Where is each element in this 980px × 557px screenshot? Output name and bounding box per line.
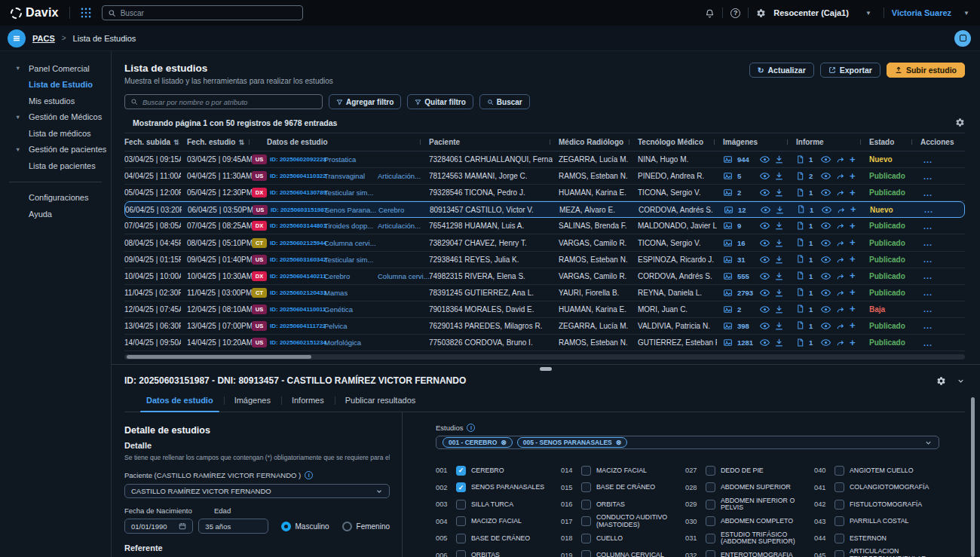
- share-report-icon[interactable]: [835, 338, 845, 347]
- detail-settings-gear-icon[interactable]: [936, 376, 946, 386]
- view-images-icon[interactable]: [760, 305, 770, 314]
- view-images-icon[interactable]: [760, 338, 770, 347]
- table-row[interactable]: 03/04/25 | 09:15AM 03/04/25 | 09:45AM US…: [124, 151, 965, 168]
- column-header-medico-radiologo[interactable]: Médico Radiólogo: [553, 138, 632, 146]
- view-images-icon[interactable]: [760, 221, 770, 231]
- checkbox-icon[interactable]: ✓: [581, 534, 591, 543]
- checkbox-icon[interactable]: ✓: [581, 500, 591, 510]
- checkbox-icon[interactable]: ✓: [835, 500, 844, 510]
- download-images-icon[interactable]: [774, 321, 784, 331]
- study-link-1[interactable]: Pelvica: [324, 322, 378, 330]
- sidebar-item-lista-de-medicos[interactable]: Lista de médicos: [0, 125, 111, 142]
- table-row[interactable]: 09/04/25 | 01:15PM 09/04/25 | 01:40PM US…: [124, 252, 965, 268]
- add-report-icon[interactable]: +: [850, 289, 856, 296]
- table-row[interactable]: 07/04/25 | 08:05AM 07/04/25 | 08:25AM DX…: [124, 218, 965, 234]
- view-images-icon[interactable]: [760, 255, 770, 265]
- study-link-2[interactable]: Articulación...: [378, 172, 421, 180]
- table-horizontal-scrollbar[interactable]: [124, 354, 965, 360]
- sidebar-item-mis-estudios[interactable]: Mis estudios: [0, 93, 111, 109]
- study-checkbox-item[interactable]: 016 ✓ ORBITAS: [561, 500, 685, 510]
- download-images-icon[interactable]: [775, 205, 785, 215]
- row-actions-button[interactable]: ...: [914, 172, 965, 181]
- checkbox-icon[interactable]: ✓: [706, 466, 715, 476]
- view-images-icon[interactable]: [760, 155, 770, 164]
- study-link-1[interactable]: Cerebro: [324, 272, 378, 280]
- checkbox-icon[interactable]: ✓: [456, 482, 466, 492]
- table-row[interactable]: 11/04/25 | 02:30PM 11/04/25 | 03:00PM CT…: [124, 285, 965, 301]
- view-images-icon[interactable]: [760, 188, 770, 197]
- study-link-2[interactable]: Columna cervi...: [378, 272, 430, 280]
- estudios-multiselect[interactable]: 001 - CEREBRO ⊗ 005 - SENOS PARANASALES …: [436, 436, 939, 449]
- apps-grid-icon[interactable]: [81, 8, 91, 18]
- view-images-icon[interactable]: [760, 171, 770, 181]
- study-link-1[interactable]: Transvaginal: [324, 172, 378, 180]
- checkbox-icon[interactable]: ✓: [456, 534, 466, 543]
- view-report-icon[interactable]: [821, 155, 831, 164]
- add-report-icon[interactable]: +: [850, 222, 856, 230]
- study-checkbox-item[interactable]: 017 ✓ CONDUCTO AUDITIVO (MASTOIDES): [561, 514, 685, 528]
- sidebar-item-panel-comercial[interactable]: ▼ Panel Comercial: [0, 60, 111, 77]
- age-field[interactable]: 35 años: [198, 519, 268, 534]
- download-images-icon[interactable]: [774, 188, 784, 197]
- column-header-datos-de-estudio[interactable]: Datos de estudio: [252, 138, 423, 146]
- study-checkbox-item[interactable]: 004 ✓ MACIZO FACIAL: [436, 516, 561, 526]
- checkbox-icon[interactable]: ✓: [706, 482, 715, 492]
- row-actions-button[interactable]: ...: [914, 288, 965, 297]
- study-checkbox-item[interactable]: 031 ✓ ESTUDIO TRIFÁSICO (ABDOMEN SUPERIO…: [685, 531, 814, 546]
- row-actions-button[interactable]: ...: [914, 222, 965, 231]
- table-row[interactable]: 05/04/25 | 12:00PM 05/04/25 | 12:30PM DX…: [124, 185, 965, 201]
- sidebar-item-configuraciones[interactable]: Configuraciones: [0, 190, 111, 207]
- share-report-icon[interactable]: [835, 321, 845, 331]
- study-checkbox-item[interactable]: 032 ✓ ENTEROTOMOGRAFIA: [685, 550, 814, 557]
- sidebar-item-ayuda[interactable]: Ayuda: [0, 206, 111, 222]
- study-link-1[interactable]: Tiroides dopp...: [324, 222, 378, 230]
- study-link-2[interactable]: Cerebro: [378, 206, 404, 214]
- study-link-1[interactable]: Prostatica: [324, 155, 378, 164]
- global-search[interactable]: [102, 5, 303, 20]
- view-images-icon[interactable]: [760, 321, 770, 331]
- checkbox-icon[interactable]: ✓: [706, 516, 715, 526]
- study-link-1[interactable]: Testicular sim...: [324, 188, 378, 197]
- view-images-icon[interactable]: [761, 205, 770, 215]
- sidebar-item-gestion-de-pacientes[interactable]: ▼ Gestión de pacientes: [0, 142, 111, 158]
- add-report-icon[interactable]: +: [850, 272, 856, 280]
- table-row[interactable]: 14/04/25 | 09:50AM 14/04/25 | 10:20AM US…: [124, 335, 965, 351]
- share-report-icon[interactable]: [835, 288, 845, 298]
- share-report-icon[interactable]: [836, 205, 846, 215]
- search-button[interactable]: Buscar: [479, 94, 530, 109]
- bell-icon[interactable]: [705, 8, 715, 18]
- study-link-1[interactable]: Senos Parana...: [325, 206, 378, 214]
- table-row[interactable]: 06/04/25 | 03:20PM 06/04/25 | 03:50PM US…: [124, 201, 965, 218]
- list-search-input[interactable]: [142, 98, 317, 106]
- checkbox-icon[interactable]: ✓: [706, 500, 715, 510]
- tab-informes[interactable]: Informes: [281, 396, 335, 412]
- dob-field[interactable]: 01/01/1990: [124, 519, 193, 534]
- study-checkbox-item[interactable]: 044 ✓ ESTERNON: [814, 534, 939, 543]
- list-search[interactable]: [124, 94, 323, 109]
- view-report-icon[interactable]: [821, 221, 831, 231]
- remove-chip-icon[interactable]: ⊗: [616, 439, 622, 446]
- download-images-icon[interactable]: [774, 171, 784, 181]
- study-checkbox-item[interactable]: 003 ✓ SILLA TURCA: [436, 500, 561, 510]
- tab-imagenes[interactable]: Imágenes: [224, 396, 281, 412]
- column-settings-gear-icon[interactable]: [955, 118, 965, 127]
- study-checkbox-item[interactable]: 015 ✓ BASE DE CRÁNEO: [561, 482, 685, 492]
- study-checkbox-item[interactable]: 014 ✓ MACIZO FACIAL: [561, 466, 685, 476]
- table-row[interactable]: 13/04/25 | 06:30PM 13/04/25 | 07:00PM US…: [124, 318, 965, 335]
- panel-resize-handle[interactable]: [540, 367, 552, 371]
- view-report-icon[interactable]: [822, 205, 831, 215]
- download-images-icon[interactable]: [774, 305, 784, 314]
- table-row[interactable]: 10/04/25 | 10:00AM 10/04/25 | 10:30AM DX…: [124, 268, 965, 285]
- column-header-paciente[interactable]: Paciente: [423, 138, 553, 146]
- study-link-2[interactable]: Articulación...: [378, 222, 421, 230]
- study-checkbox-item[interactable]: 006 ✓ ORBITAS: [436, 550, 561, 557]
- calendar-icon[interactable]: [179, 522, 186, 530]
- tab-publicar-resultados[interactable]: Publicar resultados: [335, 396, 427, 412]
- table-row[interactable]: 08/04/25 | 04:45PM 08/04/25 | 05:10PM CT…: [124, 234, 965, 251]
- study-checkbox-item[interactable]: 028 ✓ ABDOMEN SUPERIOR: [685, 482, 814, 492]
- checkbox-icon[interactable]: ✓: [581, 550, 591, 557]
- download-images-icon[interactable]: [774, 288, 784, 298]
- sort-icon[interactable]: ⇅: [238, 139, 244, 146]
- add-report-icon[interactable]: +: [850, 256, 856, 263]
- checkbox-icon[interactable]: ✓: [835, 466, 844, 476]
